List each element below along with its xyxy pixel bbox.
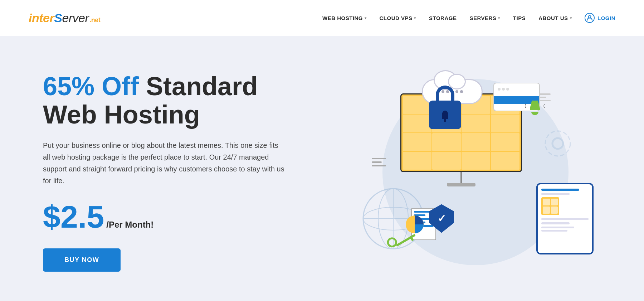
logo-s: S <box>54 11 62 25</box>
price-display: $2.5 /Per Month! <box>43 201 328 233</box>
tablet-icon <box>536 183 594 254</box>
logo-erver: erver <box>62 11 89 25</box>
nav-item-servers[interactable]: SERVERS ▾ <box>469 15 500 21</box>
hero-description: Put your business online or blog about t… <box>43 140 286 187</box>
gear-icon <box>543 129 572 159</box>
chevron-down-icon: ▾ <box>570 16 572 20</box>
logo[interactable]: interServer.net <box>29 11 100 25</box>
nav-item-tips[interactable]: TIPS <box>513 15 526 21</box>
chevron-down-icon: ▾ <box>498 16 500 20</box>
main-nav: WEB HOSTING ▾ CLOUD VPS ▾ STORAGE SERVER… <box>322 13 615 23</box>
headline-blue: 65% Off <box>43 72 139 101</box>
nav-item-about-us[interactable]: ABOUT US ▾ <box>538 15 572 21</box>
price-main: $2.5 <box>43 201 104 233</box>
logo-dot-net: .net <box>89 16 100 24</box>
padlock-icon <box>429 101 461 129</box>
price-suffix: /Per Month! <box>106 220 153 230</box>
deco-lines <box>372 158 386 169</box>
hero-section: 65% Off StandardWeb Hosting Put your bus… <box>0 36 644 301</box>
illustration-container: ✓ ) ( <box>350 72 601 272</box>
hero-content: 65% Off StandardWeb Hosting Put your bus… <box>43 72 350 272</box>
hero-headline: 65% Off StandardWeb Hosting <box>43 72 328 129</box>
svg-point-8 <box>545 131 570 156</box>
nav-item-storage[interactable]: STORAGE <box>429 15 457 21</box>
chevron-down-icon: ▾ <box>414 16 416 20</box>
buy-now-button[interactable]: BUY NOW <box>43 248 121 272</box>
user-icon <box>585 13 595 23</box>
bell-icon: ) ( <box>530 101 540 115</box>
header: interServer.net WEB HOSTING ▾ CLOUD VPS … <box>0 0 644 36</box>
shield-icon: ✓ <box>429 204 454 233</box>
chevron-down-icon: ▾ <box>365 16 367 20</box>
nav-item-cloud-vps[interactable]: CLOUD VPS ▾ <box>379 15 416 21</box>
nav-item-web-hosting[interactable]: WEB HOSTING ▾ <box>322 15 367 21</box>
svg-point-7 <box>552 138 563 149</box>
hero-illustration: ✓ ) ( <box>350 72 601 272</box>
login-button[interactable]: LOGIN <box>585 13 615 23</box>
logo-inter: inter <box>29 11 54 25</box>
